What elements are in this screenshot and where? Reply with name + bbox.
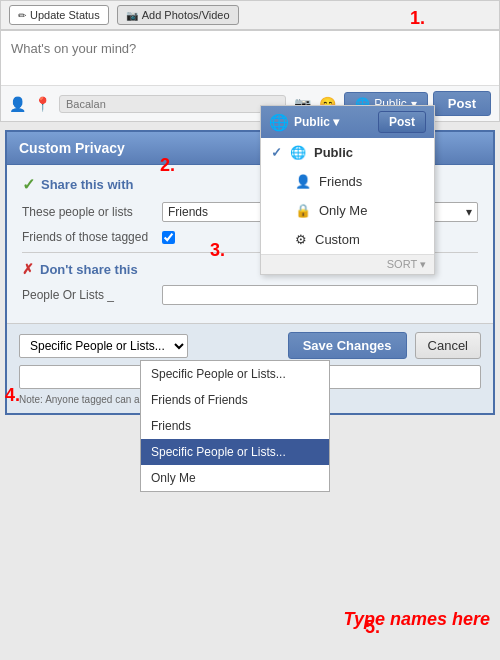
bottom-controls-row: Specific People or Lists... Save Changes… (19, 332, 481, 359)
sub-dropdown-item-2[interactable]: Friends (141, 413, 329, 439)
dont-share-input[interactable] (162, 285, 478, 305)
dropdown-item-onlyme[interactable]: 🔒 Only Me (261, 196, 434, 225)
status-textarea[interactable] (1, 31, 499, 81)
sub-dropdown-item-1[interactable]: Friends of Friends (141, 387, 329, 413)
globe-icon-header: 🌐 (269, 113, 289, 132)
dropdown-item-public[interactable]: ✓ 🌐 Public (261, 138, 434, 167)
friends-tagged-label: Friends of those tagged (22, 230, 152, 244)
location-input[interactable] (59, 95, 286, 113)
sub-dropdown-item-0[interactable]: Specific People or Lists... (141, 361, 329, 387)
gear-icon: ⚙ (295, 232, 307, 247)
person-icon: 👤 (9, 96, 26, 112)
save-changes-button[interactable]: Save Changes (288, 332, 407, 359)
check-icon: ✓ (271, 145, 282, 160)
annotation-4: 4. (5, 385, 20, 406)
dropdown-item-custom[interactable]: ⚙ Custom (261, 225, 434, 254)
red-x-icon: ✗ (22, 261, 34, 277)
pencil-icon: ✏ (18, 10, 26, 21)
sub-dropdown-item-4[interactable]: Only Me (141, 465, 329, 491)
globe-icon-item: 🌐 (290, 145, 306, 160)
friends-icon: 👤 (295, 174, 311, 189)
add-photos-tab[interactable]: 📷 Add Photos/Video (117, 5, 239, 25)
type-here-label: Type names here (344, 609, 490, 630)
sub-dropdown: Specific People or Lists... Friends of F… (140, 360, 330, 492)
cancel-button[interactable]: Cancel (415, 332, 481, 359)
dropdown-item-friends[interactable]: 👤 Friends (261, 167, 434, 196)
people-lists-label: People Or Lists _ (22, 288, 152, 302)
green-check-icon: ✓ (22, 175, 35, 194)
dropdown-header: 🌐 Public ▾ Post (261, 106, 434, 138)
top-bar: ✏ Update Status 📷 Add Photos/Video (0, 0, 500, 30)
update-status-tab[interactable]: ✏ Update Status (9, 5, 109, 25)
annotation-3: 3. (210, 240, 225, 261)
post-button[interactable]: Post (433, 91, 491, 116)
photo-icon: 📷 (126, 10, 138, 21)
pin-icon: 📍 (34, 96, 51, 112)
lock-icon: 🔒 (295, 203, 311, 218)
dropdown-header-left: 🌐 Public ▾ (269, 113, 339, 132)
sort-bar[interactable]: SORT ▾ (261, 254, 434, 274)
people-lists-row: People Or Lists _ (22, 285, 478, 305)
these-people-label: These people or lists (22, 205, 152, 219)
privacy-dropdown: 🌐 Public ▾ Post ✓ 🌐 Public 👤 Friends 🔒 O… (260, 105, 435, 275)
friends-tagged-checkbox[interactable] (162, 231, 175, 244)
annotation-2: 2. (160, 155, 175, 176)
dropdown-public-button[interactable]: Public ▾ (294, 115, 339, 129)
annotation-1: 1. (410, 8, 425, 29)
specific-people-select[interactable]: Specific People or Lists... (19, 334, 188, 358)
dropdown-post-button[interactable]: Post (378, 111, 426, 133)
select-arrow: ▾ (466, 205, 472, 219)
sub-dropdown-item-3[interactable]: Specific People or Lists... (141, 439, 329, 465)
